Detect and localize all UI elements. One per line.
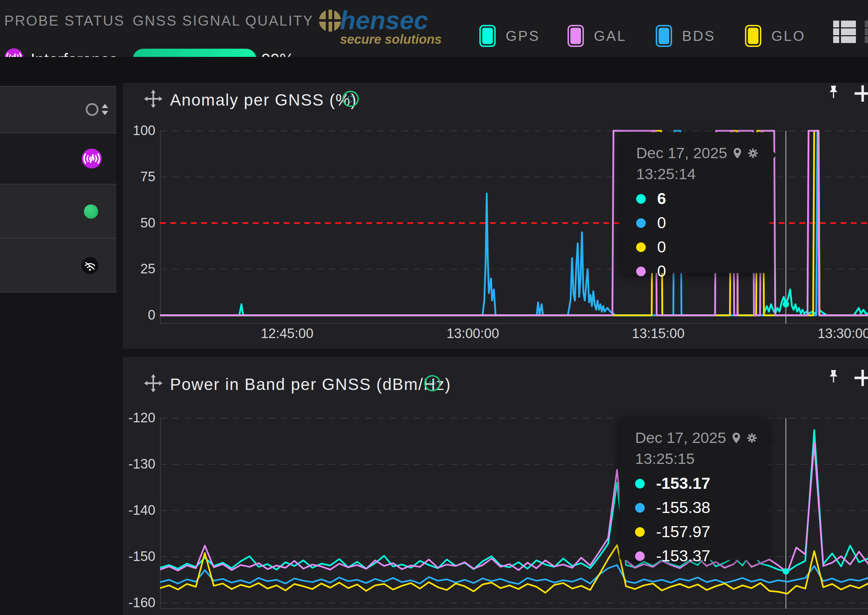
panel-title-power: Power in Band per GNSS (dBm/Hz) [170, 375, 451, 394]
sidebar-row-select[interactable] [0, 86, 116, 133]
glo-dot-icon [635, 527, 645, 537]
tooltip-time: 13:25:15 [635, 450, 768, 467]
status-indicator-icon[interactable] [424, 375, 440, 392]
x-axis-tick: 13:30:00 [808, 326, 868, 341]
gal-dot-icon [636, 267, 646, 276]
tooltip-value-gal: 0 [657, 262, 666, 281]
logo-name: hensec [340, 6, 442, 35]
probe-status-label: PROBE STATUS [4, 13, 125, 29]
sort-arrows-icon[interactable] [101, 103, 109, 116]
legend-item-gps[interactable]: GPS [479, 25, 540, 47]
gps-dot-icon [635, 479, 645, 489]
glo-swatch [745, 25, 761, 47]
gnss-dashboard: PROBE STATUS Interference GNSS SIGNAL QU… [0, 0, 868, 615]
signal-quality-label: GNSS SIGNAL QUALITY [133, 13, 314, 29]
tooltip-value-gal: -153.37 [656, 547, 710, 565]
tooltip-time: 13:25:14 [636, 165, 769, 183]
y-axis-tick: -140 [113, 503, 155, 518]
sidebar-row-signal[interactable] [0, 238, 116, 293]
add-panel-icon[interactable] [854, 85, 868, 101]
gear-icon[interactable] [748, 145, 759, 161]
x-axis-tick: 12:45:00 [251, 326, 323, 341]
logo-tagline: secure solutions [340, 32, 442, 47]
y-axis-tick: -130 [113, 456, 155, 472]
pin-panel-icon[interactable] [825, 369, 842, 386]
gal-swatch [568, 25, 584, 47]
tooltip-value-bds: -155.38 [656, 498, 710, 517]
tooltip-value-gps: -153.17 [656, 474, 710, 493]
status-ok-icon [84, 204, 98, 219]
header-divider-band [0, 57, 868, 83]
y-axis-tick: 50 [113, 215, 155, 231]
location-pin-icon[interactable] [732, 431, 740, 445]
gear-icon[interactable] [746, 430, 757, 446]
y-axis-tick: -150 [113, 549, 155, 564]
sidebar-row-interference[interactable] [0, 133, 116, 184]
tooltip-value-gps: 6 [657, 189, 666, 208]
tooltip-value-glo: 0 [657, 238, 666, 256]
legend-label-glo: GLO [771, 28, 806, 44]
satellite-off-icon[interactable] [81, 257, 98, 274]
sidebar-row-status[interactable] [0, 184, 116, 238]
move-panel-icon[interactable] [144, 90, 162, 108]
legend-item-gal[interactable]: GAL [568, 25, 626, 47]
tooltip-value-glo: -157.97 [656, 523, 710, 541]
y-axis-tick: -160 [113, 595, 155, 610]
y-axis-tick: 100 [113, 123, 155, 138]
gps-swatch [479, 25, 496, 47]
status-indicator-icon[interactable] [342, 91, 359, 107]
location-pin-icon[interactable] [734, 146, 741, 160]
add-panel-icon[interactable] [854, 370, 868, 386]
hensec-logo-icon [318, 9, 341, 32]
x-axis-tick: 13:00:00 [437, 326, 509, 341]
bds-dot-icon [636, 218, 646, 228]
interference-icon[interactable] [82, 148, 102, 169]
hensec-logo: hensec secure solutions [340, 6, 442, 47]
tooltip-arrow [768, 146, 776, 164]
panel-title-anomaly: Anomaly per GNSS (%) [170, 90, 357, 109]
pin-panel-icon[interactable] [825, 84, 842, 101]
bds-dot-icon [635, 503, 645, 513]
tooltip-date: Dec 17, 2025 [635, 429, 726, 446]
layout-list-icon[interactable] [833, 20, 856, 44]
y-axis-tick: 0 [113, 308, 155, 323]
legend-item-glo[interactable]: GLO [745, 25, 806, 47]
legend-label-gal: GAL [594, 28, 626, 44]
y-axis-tick: 25 [113, 261, 155, 276]
clipped-icon [865, 20, 868, 44]
tooltip-value-bds: 0 [657, 214, 666, 232]
gps-dot-icon [636, 194, 646, 204]
y-axis-tick: 75 [113, 169, 155, 184]
tooltip-date: Dec 17, 2025 [636, 144, 727, 162]
legend-label-gps: GPS [506, 28, 540, 44]
glo-dot-icon [636, 242, 646, 252]
bds-swatch [656, 25, 672, 47]
app-header: PROBE STATUS Interference GNSS SIGNAL QU… [0, 0, 868, 57]
x-axis-tick: 13:15:00 [623, 326, 694, 341]
move-panel-icon[interactable] [144, 374, 162, 392]
chart-tooltip-anomaly: Dec 17, 2025 13:25:14 6 0 0 0 [620, 132, 769, 273]
legend-item-bds[interactable]: BDS [656, 25, 715, 47]
y-axis-tick: -120 [113, 410, 155, 426]
circle-select-icon[interactable] [86, 103, 98, 116]
chart-tooltip-power: Dec 17, 2025 13:25:15 -153.17 -155.38 -1… [620, 417, 768, 560]
tooltip-arrow [767, 431, 775, 450]
gal-dot-icon [635, 551, 645, 561]
legend-label-bds: BDS [682, 28, 715, 44]
